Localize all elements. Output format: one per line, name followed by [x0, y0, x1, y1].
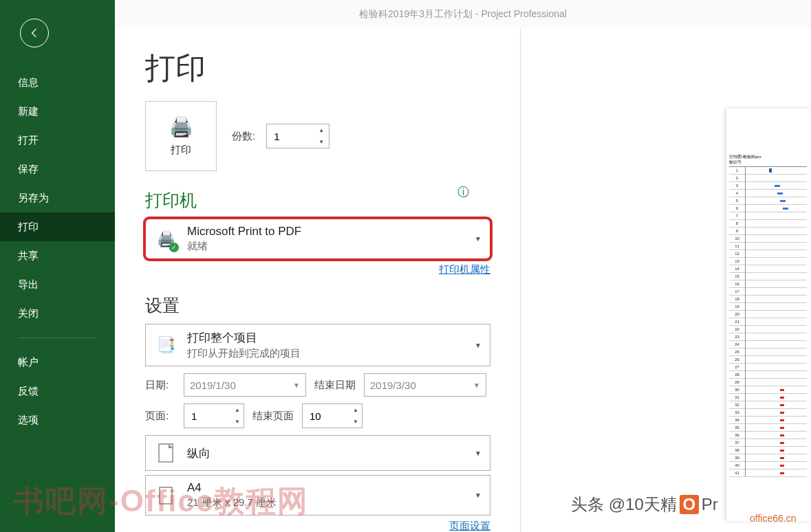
- title-bar: 检验科2019年3月工作计划 - Project Professional: [115, 0, 811, 27]
- printer-dropdown[interactable]: 🖨️✓ Microsoft Print to PDF 就绪 ▼: [145, 219, 490, 259]
- spinner-down-icon[interactable]: ▼: [314, 136, 329, 148]
- chevron-down-icon: ▼: [475, 491, 482, 499]
- nav-save[interactable]: 保存: [0, 155, 115, 184]
- spinner-up-icon[interactable]: ▲: [314, 124, 329, 136]
- scope-main: 打印整个项目: [187, 330, 465, 346]
- preview-header2: 标识号: [729, 159, 807, 165]
- back-button[interactable]: [20, 19, 49, 47]
- start-date-field[interactable]: 2019/1/30 ▼: [184, 373, 306, 397]
- check-icon: ✓: [169, 243, 179, 252]
- printer-status: 就绪: [187, 240, 465, 253]
- page-setup-link[interactable]: 页面设置: [145, 520, 490, 532]
- scope-sub: 打印从开始到完成的项目: [187, 347, 465, 360]
- nav-export[interactable]: 导出: [0, 270, 115, 299]
- print-row: 🖨️ 打印 份数: ▲ ▼: [145, 101, 811, 171]
- arrow-left-icon: [28, 26, 41, 40]
- nav-account[interactable]: 帐户: [0, 348, 115, 377]
- copies-input[interactable]: [267, 124, 314, 148]
- nav-saveas[interactable]: 另存为: [0, 184, 115, 212]
- chevron-down-icon: ▼: [475, 450, 482, 457]
- start-page-input[interactable]: [184, 404, 231, 428]
- print-button[interactable]: 🖨️ 打印: [145, 101, 217, 171]
- nav-list: 信息 新建 打开 保存 另存为 打印 共享 导出 关闭 帐户 反馈 选项: [0, 68, 115, 434]
- nav-info[interactable]: 信息: [0, 68, 115, 97]
- orientation-value: 纵向: [187, 445, 465, 461]
- spinner-down-icon[interactable]: ▼: [231, 416, 244, 428]
- spinner-arrows: ▲ ▼: [314, 124, 329, 148]
- chevron-down-icon: ▼: [475, 235, 482, 243]
- date-row: 日期: 2019/1/30 ▼ 结束日期 2019/3/30 ▼: [145, 373, 811, 397]
- nav-open[interactable]: 打开: [0, 126, 115, 155]
- spinner-up-icon[interactable]: ▲: [231, 404, 244, 416]
- chevron-down-icon: ▼: [475, 342, 482, 349]
- chevron-down-icon: ▼: [293, 381, 300, 389]
- svg-rect-1: [160, 487, 172, 504]
- preview-gantt-column: [746, 167, 807, 477]
- date-label: 日期:: [145, 379, 175, 392]
- print-button-label: 打印: [171, 144, 191, 157]
- nav-share[interactable]: 共享: [0, 241, 115, 270]
- printer-properties-link[interactable]: 打印机属性: [145, 263, 490, 276]
- printer-icon: 🖨️: [169, 115, 193, 138]
- preview-header1: 甘特图-检验科pro: [729, 154, 807, 159]
- paper-dims: 21 厘米 x 29.7 厘米: [187, 496, 465, 509]
- start-date-value: 2019/1/30: [190, 379, 236, 391]
- paper-size-dropdown[interactable]: A4 21 厘米 x 29.7 厘米 ▼: [145, 475, 490, 516]
- backstage-sidebar: 信息 新建 打开 保存 另存为 打印 共享 导出 关闭 帐户 反馈 选项: [0, 0, 115, 532]
- print-scope-dropdown[interactable]: 📑 打印整个项目 打印从开始到完成的项目 ▼: [145, 324, 490, 366]
- printer-status-icon: 🖨️✓: [154, 228, 177, 251]
- orientation-icon: [154, 441, 177, 465]
- scope-text: 打印整个项目 打印从开始到完成的项目: [187, 330, 465, 360]
- printer-text: Microsoft Print to PDF 就绪: [187, 225, 465, 253]
- print-preview-page: 甘特图-检验科pro 标识号 1234567891011121314151617…: [726, 109, 811, 521]
- preview-divider: [520, 27, 521, 532]
- nav-separator: [18, 337, 97, 338]
- printer-section-title: 打印机: [145, 189, 811, 212]
- end-date-value: 2019/3/30: [370, 379, 416, 391]
- page-label: 页面:: [145, 410, 175, 423]
- spinner-down-icon[interactable]: ▼: [349, 416, 362, 428]
- info-icon[interactable]: ⓘ: [457, 184, 469, 200]
- spinner-up-icon[interactable]: ▲: [349, 404, 362, 416]
- preview-id-column: 1234567891011121314151617181920212223242…: [729, 167, 746, 477]
- end-date-label: 结束日期: [314, 379, 356, 392]
- end-page-label: 结束页面: [252, 410, 294, 423]
- nav-print[interactable]: 打印: [0, 212, 115, 241]
- orientation-dropdown[interactable]: 纵向 ▼: [145, 435, 490, 471]
- end-page-input[interactable]: [303, 404, 349, 428]
- start-page-spinner[interactable]: ▲▼: [184, 403, 244, 428]
- scope-icon: 📑: [154, 333, 177, 357]
- page-title: 打印: [145, 48, 811, 89]
- paper-name: A4: [187, 481, 465, 495]
- copies-label: 份数:: [232, 130, 255, 143]
- nav-feedback[interactable]: 反馈: [0, 377, 115, 406]
- paper-icon: [154, 484, 177, 507]
- end-date-field[interactable]: 2019/3/30 ▼: [364, 373, 486, 397]
- nav-close[interactable]: 关闭: [0, 299, 115, 328]
- print-backstage: 打印 🖨️ 打印 份数: ▲ ▼ 打印机 ⓘ 🖨️✓ Microsoft Pri…: [115, 27, 811, 532]
- nav-new[interactable]: 新建: [0, 97, 115, 126]
- chevron-down-icon: ▼: [473, 381, 480, 389]
- copies-spinner[interactable]: ▲ ▼: [266, 124, 329, 148]
- settings-section-title: 设置: [145, 294, 811, 317]
- page-row: 页面: ▲▼ 结束页面 ▲▼: [145, 403, 811, 428]
- end-page-spinner[interactable]: ▲▼: [302, 403, 363, 428]
- nav-options[interactable]: 选项: [0, 406, 115, 434]
- printer-name: Microsoft Print to PDF: [187, 225, 465, 239]
